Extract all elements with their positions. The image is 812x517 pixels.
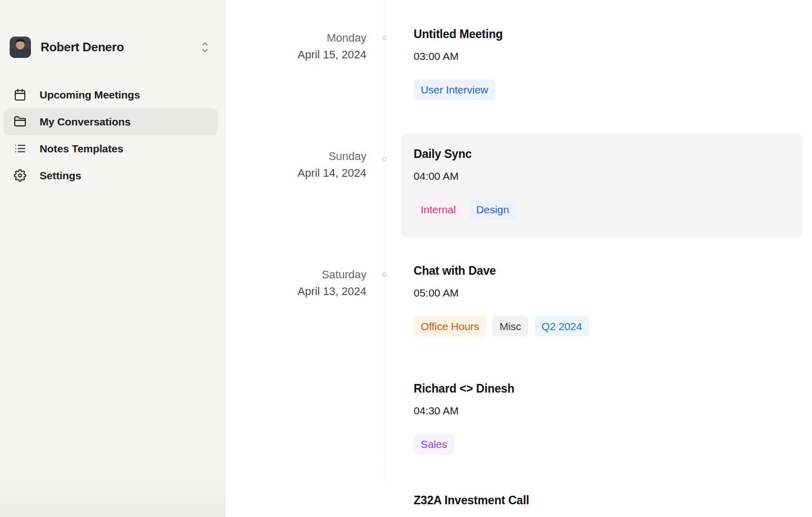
meeting-title: Untitled Meeting	[414, 26, 503, 42]
sidebar: Robert Denero Upcoming Meetings	[0, 0, 225, 517]
date-marker: Saturday April 13, 2024	[225, 266, 366, 300]
meeting-time: 04:30 AM	[414, 404, 515, 417]
gear-icon	[14, 169, 26, 182]
date-label: April 14, 2024	[225, 165, 366, 181]
tag: User Interview	[414, 79, 495, 100]
meeting-time: 04:00 AM	[414, 169, 803, 183]
tag: Sales	[414, 434, 454, 455]
tag: Q2 2024	[534, 316, 589, 337]
meeting-title: Richard <> Dinesh	[414, 381, 515, 396]
meeting-time: 05:00 AM	[414, 286, 589, 300]
timeline-line	[385, 0, 386, 495]
tag: Misc	[492, 316, 528, 337]
avatar	[10, 37, 31, 58]
tag-list: Sales	[414, 434, 515, 455]
sidebar-item-label: Settings	[40, 170, 81, 182]
tag: Design	[469, 199, 516, 220]
meeting-time: 03:00 AM	[414, 49, 503, 63]
date-marker: Monday April 15, 2024	[225, 29, 366, 63]
timeline-dot	[382, 36, 387, 40]
meeting-entry[interactable]: Untitled Meeting 03:00 AM User Interview	[414, 26, 503, 100]
tag: Internal	[414, 199, 463, 220]
meeting-title: Daily Sync	[414, 146, 803, 161]
sidebar-nav: Upcoming Meetings My Conversations	[4, 81, 218, 189]
meeting-title: Z32A Investment Call	[414, 493, 529, 508]
folder-icon	[14, 115, 26, 128]
date-marker: Sunday April 14, 2024	[225, 148, 366, 181]
meeting-entry[interactable]: Richard <> Dinesh 04:30 AM Sales	[414, 381, 515, 455]
meeting-entry[interactable]: Chat with Dave 05:00 AM Office Hours Mis…	[414, 263, 589, 337]
meeting-entry[interactable]: Z32A Investment Call	[414, 493, 529, 508]
chevron-up-down-icon	[200, 41, 210, 54]
timeline-dot	[382, 272, 387, 277]
timeline-panel: Monday April 15, 2024 Sunday April 14, 2…	[225, 0, 812, 517]
list-icon	[14, 142, 26, 155]
tag: Office Hours	[414, 316, 486, 337]
sidebar-item-label: Upcoming Meetings	[40, 89, 140, 101]
sidebar-item-notes-templates[interactable]: Notes Templates	[4, 135, 218, 162]
user-name: Robert Denero	[41, 40, 200, 54]
sidebar-item-my-conversations[interactable]: My Conversations	[4, 108, 218, 135]
timeline-dot	[382, 157, 387, 161]
calendar-icon	[14, 88, 26, 101]
date-label: April 13, 2024	[225, 283, 366, 300]
weekday-label: Monday	[225, 29, 366, 46]
profile-switcher[interactable]: Robert Denero	[10, 37, 210, 58]
tag-list: User Interview	[414, 79, 503, 100]
date-label: April 15, 2024	[225, 46, 366, 63]
meeting-entry-highlighted[interactable]: Daily Sync 04:00 AM Internal Design	[401, 133, 803, 238]
sidebar-item-label: My Conversations	[40, 116, 130, 128]
sidebar-item-label: Notes Templates	[40, 143, 123, 155]
tag-list: Office Hours Misc Q2 2024	[414, 316, 589, 337]
weekday-label: Saturday	[225, 266, 366, 283]
weekday-label: Sunday	[225, 148, 366, 165]
sidebar-item-upcoming-meetings[interactable]: Upcoming Meetings	[4, 81, 218, 108]
app-window: Robert Denero Upcoming Meetings	[0, 0, 812, 517]
tag-list: Internal Design	[414, 199, 803, 220]
sidebar-item-settings[interactable]: Settings	[4, 162, 218, 189]
meeting-title: Chat with Dave	[414, 263, 589, 278]
